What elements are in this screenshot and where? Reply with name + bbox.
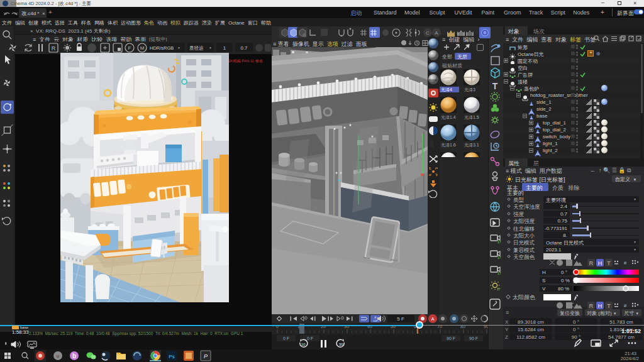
svg-text:#: # (624, 260, 627, 266)
svg-text:R: R (589, 260, 594, 266)
svg-text:17: 17 (497, 287, 501, 291)
svg-text:2024/4/2: 2024/4/2 (621, 356, 639, 361)
svg-text:#: # (624, 303, 627, 309)
svg-text:0 %: 0 % (561, 278, 570, 283)
svg-text:0.7: 0.7 (240, 45, 248, 51)
svg-text:17: 17 (497, 240, 501, 244)
svg-text:17: 17 (497, 272, 501, 275)
svg-text:10F: 10F (374, 319, 378, 322)
svg-text:10: 10 (301, 343, 306, 346)
svg-text:V: V (542, 286, 546, 292)
svg-text:90 F: 90 F (447, 336, 455, 341)
svg-text:T: T (492, 81, 498, 91)
svg-text:▼: ▼ (209, 46, 212, 50)
svg-text:H: H (598, 260, 602, 266)
svg-text:R: R (52, 45, 56, 52)
svg-text:T: T (607, 260, 611, 266)
svg-text:质径追: 质径追 (189, 45, 204, 51)
svg-text:80 %: 80 % (558, 286, 569, 292)
svg-text:S: S (542, 278, 545, 283)
svg-text:▼: ▼ (177, 46, 180, 50)
svg-text:A: A (431, 317, 435, 321)
svg-text:u: u (57, 353, 59, 359)
svg-text:太阳颜色: 太阳颜色 (513, 294, 536, 300)
svg-text:R: R (589, 303, 594, 309)
svg-text:H: H (542, 270, 546, 275)
svg-text:b: b (72, 353, 76, 359)
svg-text:H: H (598, 303, 602, 309)
svg-text:30: 30 (339, 343, 343, 346)
svg-text:0 °: 0 ° (561, 270, 567, 275)
svg-text:90 F: 90 F (469, 336, 478, 341)
svg-text:HDR/sRGB: HDR/sRGB (150, 45, 174, 51)
svg-text:Ps: Ps (169, 354, 174, 359)
svg-text:F: F (128, 45, 131, 51)
svg-text:1: 1 (223, 45, 226, 51)
svg-text:M: M (140, 45, 145, 51)
svg-text:17: 17 (497, 256, 501, 260)
svg-text:T: T (607, 303, 611, 309)
svg-text:BLEND: BLEND (429, 79, 437, 82)
svg-text:0 F: 0 F (283, 336, 289, 341)
svg-text:5 F: 5 F (397, 316, 404, 322)
svg-text:P: P (204, 353, 208, 359)
